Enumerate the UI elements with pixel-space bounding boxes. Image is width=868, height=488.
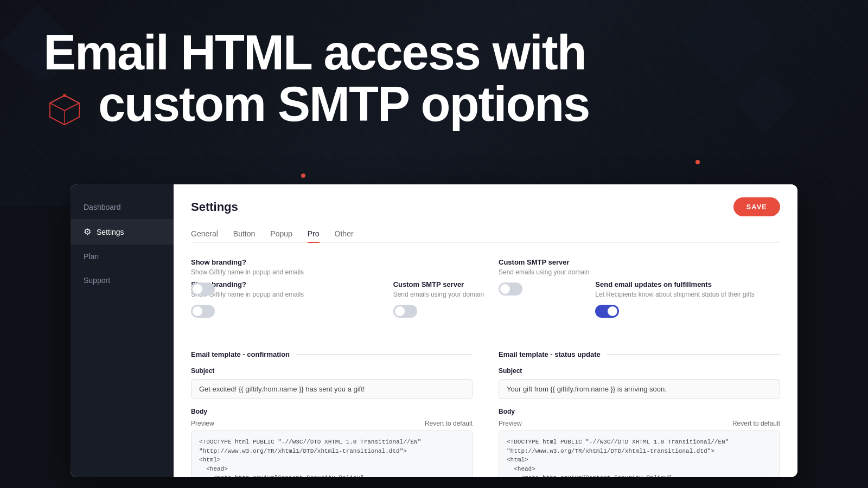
status-template: Email template - status update Subject B… (499, 346, 780, 477)
confirmation-body-controls: Body (191, 408, 473, 415)
tab-popup[interactable]: Popup (270, 225, 292, 242)
sidebar-item-dashboard[interactable]: Dashboard (71, 195, 174, 219)
tab-other[interactable]: Other (335, 225, 354, 242)
confirmation-revert-link[interactable]: Revert to default (425, 420, 473, 427)
sidebar-item-settings[interactable]: ⚙ Settings (71, 219, 174, 245)
confirmation-body-editor[interactable] (191, 431, 473, 477)
svg-marker-1 (50, 95, 79, 111)
confirmation-preview-link[interactable]: Preview (191, 420, 214, 427)
branding-label: Show branding? (191, 258, 473, 266)
svg-line-3 (50, 103, 65, 111)
confirmation-template: Email template - confirmation Subject Bo… (191, 346, 473, 477)
hero-title-line2: custom SMTP options (98, 77, 589, 131)
sidebar-item-plan[interactable]: Plan (71, 245, 174, 268)
smtp-setting-2: Custom SMTP server Send emails using you… (393, 280, 578, 320)
tabs-container: General Button Popup Pro Other (191, 225, 780, 243)
smtp-desc-2: Send emails using your domain (393, 291, 578, 298)
email-updates-toggle[interactable] (595, 305, 619, 318)
settings-row: Show branding? Show Giftify name in popu… (191, 280, 780, 333)
status-body-controls: Body (499, 408, 780, 415)
save-button[interactable]: SAVE (733, 197, 780, 216)
settings-label: Settings (97, 228, 124, 236)
support-label: Support (84, 276, 110, 285)
status-divider-line (607, 354, 780, 355)
plan-label: Plan (84, 252, 99, 261)
page-title: Settings (191, 200, 238, 214)
tab-pro[interactable]: Pro (308, 225, 320, 242)
branding-setting-2: Show branding? Show Giftify name in popu… (191, 280, 376, 320)
main-content: Settings SAVE General Button Popup Pro O… (174, 184, 797, 477)
red-dot-left (301, 174, 305, 178)
app-container: Dashboard ⚙ Settings Plan Support Settin… (71, 184, 797, 477)
status-subject-label: Subject (499, 367, 780, 375)
hero-title-container: Email HTML access with custom SMTP optio… (43, 27, 825, 130)
tab-general[interactable]: General (191, 225, 218, 242)
smtp-toggle-2[interactable] (393, 305, 417, 318)
smtp-label-2: Custom SMTP server (393, 280, 578, 288)
status-preview-link[interactable]: Preview (499, 420, 522, 427)
smtp-label: Custom SMTP server (499, 258, 780, 266)
branding-desc-2: Show Giftify name in popup and emails (191, 291, 376, 298)
tab-button[interactable]: Button (233, 225, 255, 242)
email-updates-label: Send email updates on fulfillments (595, 280, 780, 288)
sidebar-item-support[interactable]: Support (71, 268, 174, 292)
email-updates-setting-2: Send email updates on fulfillments Let R… (595, 280, 780, 320)
confirmation-subject-input[interactable] (191, 379, 473, 399)
status-revert-link[interactable]: Revert to default (732, 420, 780, 427)
hero-title-line1: Email HTML access with (43, 25, 586, 80)
settings-icon: ⚙ (84, 227, 91, 237)
red-dot-right (695, 160, 700, 164)
branding-toggle[interactable] (191, 282, 215, 296)
status-body-label: Body (499, 408, 515, 415)
dashboard-label: Dashboard (84, 203, 121, 211)
email-templates-grid: Email template - confirmation Subject Bo… (191, 346, 780, 477)
branding-label-2: Show branding? (191, 280, 376, 288)
status-divider: Email template - status update (499, 350, 780, 358)
branding-desc: Show Giftify name in popup and emails (191, 268, 473, 276)
status-section-label: Email template - status update (499, 350, 601, 358)
sidebar: Dashboard ⚙ Settings Plan Support (71, 184, 174, 477)
status-body-editor[interactable] (499, 431, 780, 477)
confirmation-body-label: Body (191, 408, 207, 415)
settings-header: Settings SAVE (191, 197, 780, 216)
branding-toggle-2[interactable] (191, 305, 215, 318)
confirmation-divider-line (296, 354, 473, 355)
status-subject-input[interactable] (499, 379, 780, 399)
confirmation-divider: Email template - confirmation (191, 350, 473, 358)
confirmation-subject-label: Subject (191, 367, 473, 375)
svg-point-5 (63, 94, 66, 97)
email-updates-desc: Let Recipients know about shipment statu… (595, 291, 780, 298)
smtp-desc: Send emails using your domain (499, 268, 780, 276)
hero-title-icon (43, 77, 98, 131)
confirmation-section-label: Email template - confirmation (191, 350, 290, 358)
svg-line-4 (65, 103, 79, 111)
smtp-toggle[interactable] (499, 282, 522, 296)
